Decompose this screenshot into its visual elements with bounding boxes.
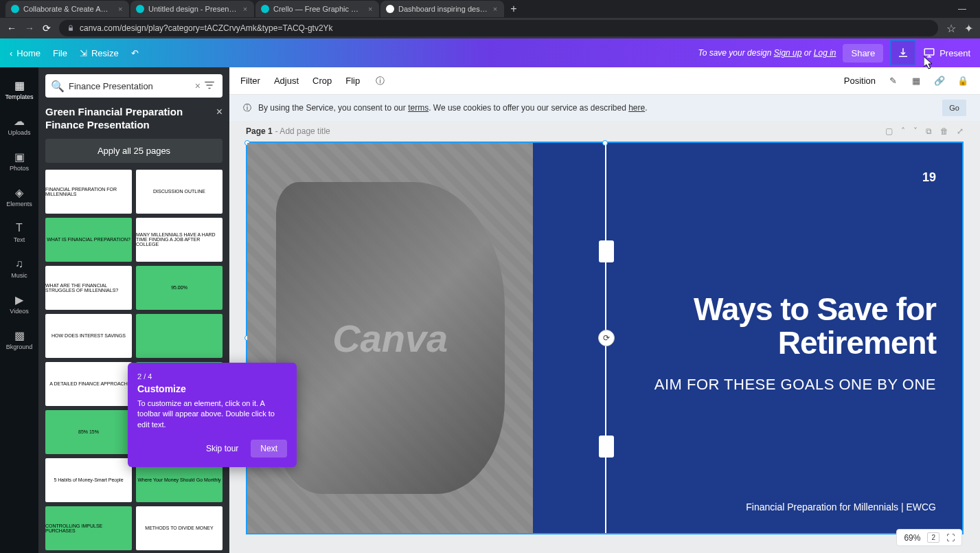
window-controls: — <box>958 4 975 14</box>
browser-tab[interactable]: Dashboard inspiring designs - G× <box>380 1 504 17</box>
position-button[interactable]: Position <box>844 76 876 86</box>
favicon <box>136 5 144 13</box>
rail-uploads[interactable]: ☁Uploads <box>0 109 38 142</box>
split-handle[interactable] <box>599 436 614 458</box>
slide-subheading[interactable]: AIM FOR THESE GOALS ONE BY ONE <box>567 376 936 394</box>
transparency-icon[interactable]: ▦ <box>910 75 922 87</box>
template-search[interactable]: 🔍 × <box>45 74 223 98</box>
template-thumb[interactable]: METHODS TO DIVIDE MONEY <box>136 506 223 550</box>
skip-tour-button[interactable]: Skip tour <box>199 440 245 458</box>
add-page-icon[interactable]: ⤢ <box>957 126 964 136</box>
tour-step: 2 / 4 <box>137 372 287 381</box>
download-button[interactable] <box>890 40 916 66</box>
template-thumb[interactable] <box>136 314 223 358</box>
move-down-icon[interactable]: ˅ <box>913 126 918 136</box>
template-thumb[interactable]: A DETAILED FINANCE APPROACH <box>45 362 132 406</box>
signup-link[interactable]: Sign up <box>774 48 802 58</box>
close-icon[interactable]: × <box>216 106 223 118</box>
clear-search-button[interactable]: × <box>192 80 203 91</box>
url-input[interactable]: canva.com/design/play?category=tACZCrvyA… <box>59 20 938 36</box>
template-thumb[interactable]: HOW DOES INTEREST SAVINGS <box>45 314 132 358</box>
browser-tab[interactable]: Collaborate & Create Amazing G× <box>5 1 129 17</box>
tab-title: Crello — Free Graphic Design So <box>273 5 363 13</box>
template-thumb[interactable]: FINANCIAL PREPARATION FOR MILLENNIALS <box>45 170 132 214</box>
reload-button[interactable]: ⟳ <box>43 23 51 34</box>
text-icon: T <box>12 221 26 235</box>
rail-elements[interactable]: ◈Elements <box>0 180 38 213</box>
templates-icon: ▦ <box>12 78 26 92</box>
rail-label: Videos <box>10 308 28 315</box>
add-page-title[interactable]: - Add page title <box>275 126 330 136</box>
template-thumb[interactable]: 95.00% <box>136 266 223 310</box>
fullscreen-icon[interactable]: ⛶ <box>946 533 955 543</box>
app-header: ‹Home File ⇲Resize ↶ To save your design… <box>0 38 980 67</box>
move-up-icon[interactable]: ˄ <box>901 126 905 136</box>
extensions-icon[interactable]: ✦ <box>964 22 973 35</box>
share-button[interactable]: Share <box>843 44 883 63</box>
template-thumb[interactable]: CONTROLLING IMPULSE PURCHASES <box>45 506 132 550</box>
rail-label: Text <box>14 236 25 243</box>
canvas-area: Filter Adjust Crop Flip ⓘ Position ✎ ▦ 🔗… <box>229 67 980 553</box>
search-input[interactable] <box>69 81 192 91</box>
slide-heading[interactable]: Ways to Save for Retirement <box>567 293 936 359</box>
login-link[interactable]: Log in <box>814 48 836 58</box>
slide-image[interactable]: Canva <box>247 143 533 533</box>
flip-button[interactable]: Flip <box>345 76 360 86</box>
apply-all-button[interactable]: Apply all 25 pages <box>45 139 223 163</box>
template-thumb[interactable]: WHAT ARE THE FINANCIAL STRUGGLES OF MILL… <box>45 266 132 310</box>
color-picker-icon[interactable]: ✎ <box>887 75 899 87</box>
info-icon[interactable]: ⓘ <box>374 75 386 87</box>
duplicate-icon[interactable]: ⧉ <box>926 126 932 136</box>
bookmark-icon[interactable]: ☆ <box>946 22 956 35</box>
new-tab-button[interactable]: + <box>505 3 522 15</box>
back-button[interactable]: ← <box>7 23 16 34</box>
minimize-icon[interactable]: — <box>958 4 966 14</box>
rotate-handle[interactable]: ⟳ <box>598 330 615 346</box>
rail-bkground[interactable]: ▩Bkground <box>0 323 38 356</box>
slide-footer[interactable]: Financial Preparation for Millennials | … <box>567 501 936 512</box>
template-thumb[interactable]: 85% 15% <box>45 410 132 454</box>
slide-canvas[interactable]: Canva ⟳ 19 Ways to Save for Retirement A… <box>246 142 964 534</box>
lock-icon <box>67 25 74 32</box>
next-button[interactable]: Next <box>251 440 287 458</box>
page-count[interactable]: 2 <box>927 532 939 543</box>
close-icon[interactable]: × <box>117 5 124 13</box>
close-icon[interactable]: × <box>492 5 499 13</box>
notes-icon[interactable]: ▢ <box>885 126 893 136</box>
forward-button[interactable]: → <box>25 23 34 34</box>
browser-tab[interactable]: Crello — Free Graphic Design So× <box>255 1 379 17</box>
adjust-button[interactable]: Adjust <box>274 76 299 86</box>
rail-photos[interactable]: ▣Photos <box>0 144 38 177</box>
cookie-text: By using the Service, you consent to our… <box>258 103 648 113</box>
terms-link[interactable]: terms <box>408 103 429 113</box>
crop-button[interactable]: Crop <box>312 76 332 86</box>
present-button[interactable]: Present <box>923 47 970 59</box>
context-toolbar: Filter Adjust Crop Flip ⓘ Position ✎ ▦ 🔗… <box>229 67 980 95</box>
link-icon[interactable]: 🔗 <box>933 75 946 87</box>
template-thumb[interactable]: WHAT IS FINANCIAL PREPARATION? <box>45 218 132 262</box>
rail-templates[interactable]: ▦Templates <box>0 73 38 106</box>
undo-button[interactable]: ↶ <box>131 48 139 58</box>
rail-label: Uploads <box>8 129 30 136</box>
home-button[interactable]: ‹Home <box>10 48 41 58</box>
rail-text[interactable]: TText <box>0 216 38 249</box>
resize-menu[interactable]: ⇲Resize <box>80 48 119 58</box>
template-thumb[interactable]: MANY MILLENNIALS HAVE A HARD TIME FINDIN… <box>136 218 223 262</box>
cookie-accept-button[interactable]: Go <box>942 100 966 116</box>
filter-icon[interactable] <box>203 79 217 93</box>
file-menu[interactable]: File <box>53 48 67 58</box>
template-thumb[interactable]: 5 Habits of Money-Smart People <box>45 458 132 502</box>
lock-icon[interactable]: 🔒 <box>957 75 969 87</box>
delete-icon[interactable]: 🗑 <box>940 126 948 136</box>
rail-videos[interactable]: ▶Videos <box>0 287 38 320</box>
rail-music[interactable]: ♫Music <box>0 251 38 284</box>
template-thumb[interactable]: DISCUSSION OUTLINE <box>136 170 223 214</box>
close-icon[interactable]: × <box>242 5 249 13</box>
split-handle[interactable] <box>599 240 614 262</box>
close-icon[interactable]: × <box>367 5 374 13</box>
zoom-control[interactable]: 69% 2 ⛶ <box>896 529 962 546</box>
filter-button[interactable]: Filter <box>240 76 260 86</box>
here-link[interactable]: here <box>628 103 645 113</box>
browser-tab[interactable]: Untitled design - Presentation (1× <box>130 1 254 17</box>
cookie-banner: ⓘ By using the Service, you consent to o… <box>229 95 980 121</box>
